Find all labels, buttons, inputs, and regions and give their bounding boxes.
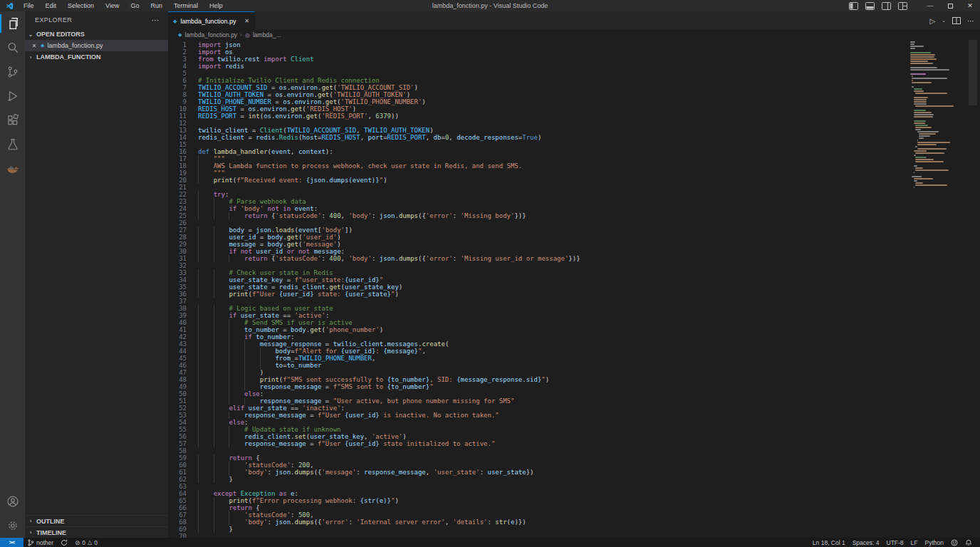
extensions-icon[interactable] [0, 108, 25, 132]
code-line[interactable]: 64 except Exception as e: [168, 490, 909, 497]
code-line[interactable]: 34 user_state_key = f"user_state:{user_i… [168, 276, 909, 283]
code-line[interactable]: 43 message_response = twilio_client.mess… [168, 340, 909, 348]
menu-item-go[interactable]: Go [125, 1, 144, 10]
problems-item[interactable]: ⊘ 0 △ 0 [71, 538, 101, 547]
code-line[interactable]: 19 """ [168, 170, 909, 177]
code-line[interactable]: 45 from_=TWILIO_PHONE_NUMBER, [168, 355, 909, 362]
code-line[interactable]: 42 if to_number: [168, 333, 909, 340]
sync-changes-item[interactable] [57, 538, 71, 547]
code-line[interactable]: 48 print(f"SMS sent successfully to {to_… [168, 376, 909, 383]
git-branch-item[interactable]: nother [24, 538, 57, 547]
code-line[interactable]: 14redis_client = redis.Redis(host=REDIS_… [168, 134, 909, 141]
code-line[interactable]: 31 return {'statusCode': 400, 'body': js… [168, 255, 909, 262]
code-line[interactable]: 54 else: [168, 419, 909, 426]
menu-item-edit[interactable]: Edit [41, 1, 62, 10]
code-line[interactable]: 60 'statusCode': 200, [168, 462, 909, 469]
code-line[interactable]: 1import json [168, 41, 909, 48]
menu-item-terminal[interactable]: Terminal [169, 1, 203, 10]
restore-button[interactable] [940, 0, 960, 11]
menu-item-selection[interactable]: Selection [63, 1, 99, 10]
timeline-section[interactable]: › TIMELINE [25, 526, 168, 538]
close-editor-icon[interactable]: ✕ [31, 43, 38, 49]
code-line[interactable]: 30 if not user_id or not message: [168, 248, 909, 255]
settings-gear-icon[interactable] [0, 514, 25, 538]
code-line[interactable]: 46 to=to_number [168, 362, 909, 369]
code-line[interactable]: 55 # Update state if unknown [168, 426, 909, 433]
encoding-setting[interactable]: UTF-8 [883, 538, 907, 547]
code-line[interactable]: 58 [168, 447, 909, 454]
code-line[interactable]: 27 body = json.loads(event['body']) [168, 226, 909, 234]
run-dropdown-chevron-icon[interactable]: ⌄ [942, 18, 946, 24]
accounts-icon[interactable] [0, 489, 25, 514]
breadcrumb-symbol[interactable]: lambda_... [253, 31, 281, 38]
run-python-file-icon[interactable]: ▷ [929, 17, 935, 25]
code-line[interactable]: 61 'body': json.dumps({'message': respon… [168, 469, 909, 476]
code-line[interactable]: 62 } [168, 476, 909, 483]
docker-icon[interactable] [0, 157, 25, 181]
tab-close-icon[interactable]: ✕ [244, 18, 249, 24]
split-editor-icon[interactable] [952, 16, 961, 25]
code-line[interactable]: 53 response_message = f"User {user_id} i… [168, 412, 909, 419]
code-line[interactable]: 10REDIS_HOST = os.environ.get('REDIS_HOS… [168, 105, 909, 113]
code-line[interactable]: 2import os [168, 48, 909, 56]
code-line[interactable]: 5 [168, 70, 909, 77]
folder-section[interactable]: › LAMBDA_FUNCTION [25, 51, 168, 63]
editor-scrollbar[interactable] [969, 40, 977, 538]
language-mode[interactable]: Python [922, 538, 947, 547]
code-line[interactable]: 17 """ [168, 155, 909, 162]
code-line[interactable]: 44 body=f"Alert for {user_id}: {message}… [168, 348, 909, 355]
run-debug-icon[interactable] [0, 84, 25, 108]
code-line[interactable]: 8TWILIO_AUTH_TOKEN = os.environ.get('TWI… [168, 91, 909, 98]
code-line[interactable]: 37 [168, 298, 909, 305]
close-button[interactable]: ✕ [960, 0, 980, 11]
menu-item-run[interactable]: Run [145, 1, 167, 10]
code-line[interactable]: 59 return { [168, 454, 909, 462]
feedback-smiley-icon[interactable] [947, 538, 961, 547]
code-line[interactable]: 47 ) [168, 369, 909, 376]
code-line[interactable]: 38 # Logic based on user state [168, 305, 909, 312]
code-line[interactable]: 51 response_message = "User active, but … [168, 397, 909, 405]
explorer-more-actions-icon[interactable]: ⋯ [149, 16, 162, 25]
minimap[interactable] [910, 41, 966, 191]
code-line[interactable]: 7TWILIO_ACCOUNT_SID = os.environ.get('TW… [168, 84, 909, 91]
toggle-sidebar-icon[interactable] [849, 2, 858, 10]
notifications-bell-icon[interactable] [961, 538, 976, 547]
code-line[interactable]: 24 if 'body' not in event: [168, 205, 909, 212]
code-line[interactable]: 4import redis [168, 63, 909, 70]
outline-section[interactable]: › OUTLINE [25, 515, 168, 526]
menu-item-help[interactable]: Help [204, 1, 228, 10]
code-line[interactable]: 12 [168, 120, 909, 127]
code-line[interactable]: 18 AWS Lambda function to process webhoo… [168, 162, 909, 170]
code-line[interactable]: 36 print(f"User {user_id} state: {user_s… [168, 291, 909, 298]
search-icon[interactable] [0, 36, 25, 60]
open-editors-section[interactable]: ⌄ OPEN EDITORS [25, 28, 168, 40]
cursor-position[interactable]: Ln 18, Col 1 [809, 538, 849, 547]
code-line[interactable]: 6# Initialize Twilio Client and Redis co… [168, 77, 909, 84]
indentation-setting[interactable]: Spaces: 4 [849, 538, 883, 547]
code-line[interactable]: 33 # Check user state in Redis [168, 269, 909, 276]
scrollbar-thumb[interactable] [969, 40, 977, 105]
code-line[interactable]: 50 else: [168, 390, 909, 397]
code-line[interactable]: 69 } [168, 526, 909, 533]
explorer-icon[interactable] [0, 11, 25, 36]
tab-lambda-function[interactable]: ◆ lambda_function.py ✕ [168, 11, 255, 30]
code-line[interactable]: 28 user_id = body.get('user_id') [168, 234, 909, 241]
minimize-button[interactable]: — [920, 0, 940, 11]
code-line[interactable]: 9TWILIO_PHONE_NUMBER = os.environ.get('T… [168, 98, 909, 105]
code-line[interactable]: 26 [168, 219, 909, 226]
code-line[interactable]: 13twilio_client = Client(TWILIO_ACCOUNT_… [168, 127, 909, 134]
toggle-panel-icon[interactable] [865, 2, 875, 10]
code-line[interactable]: 65 print(f"Error processing webhook: {st… [168, 497, 909, 504]
code-line[interactable]: 11REDIS_PORT = int(os.environ.get('REDIS… [168, 113, 909, 120]
code-line[interactable]: 35 user_state = redis_client.get(user_st… [168, 283, 909, 291]
code-line[interactable]: 15 [168, 141, 909, 148]
code-line[interactable]: 23 # Parse webhook data [168, 198, 909, 205]
code-line[interactable]: 63 [168, 483, 909, 490]
code-line[interactable]: 70 [168, 533, 909, 538]
code-line[interactable]: 16def lambda_handler(event, context): [168, 148, 909, 155]
code-line[interactable]: 49 response_message = f"SMS sent to {to_… [168, 383, 909, 390]
toggle-secondary-sidebar-icon[interactable] [882, 2, 891, 10]
code-line[interactable]: 67 'statusCode': 500, [168, 511, 909, 519]
code-line[interactable]: 56 redis_client.set(user_state_key, 'act… [168, 433, 909, 440]
code-line[interactable]: 22 try: [168, 191, 909, 198]
